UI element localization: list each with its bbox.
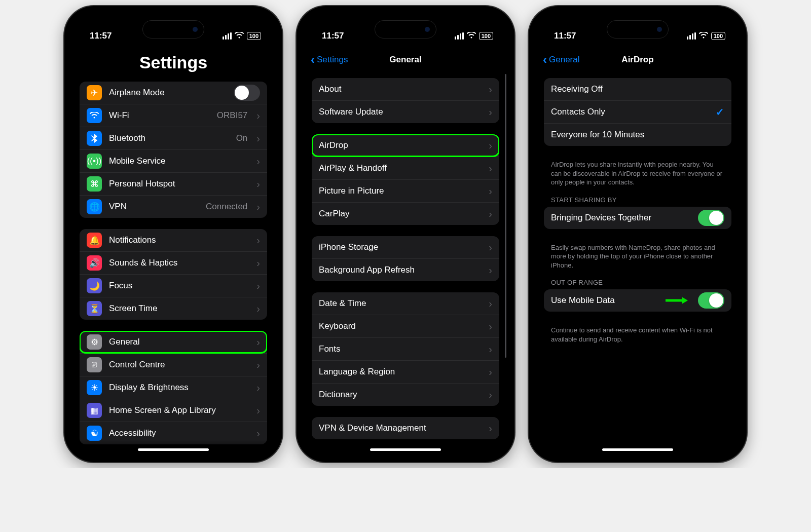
row-accessibility[interactable]: ☯Accessibility›: [80, 422, 267, 444]
row-opt-everyone[interactable]: Everyone for 10 Minutes: [544, 123, 731, 146]
chevron-right-icon: ›: [489, 242, 492, 253]
row-about[interactable]: About›: [312, 78, 499, 100]
row-label: Notifications: [109, 235, 247, 245]
chevron-right-icon: ›: [256, 257, 260, 269]
row-vpn-device-mgmt[interactable]: VPN & Device Management›: [312, 417, 499, 439]
row-label: Screen Time: [109, 303, 247, 314]
home-indicator[interactable]: [370, 448, 441, 451]
row-control-centre[interactable]: ⎚Control Centre›: [80, 353, 267, 376]
row-label: Display & Brightness: [109, 383, 247, 393]
signal-icon: [455, 32, 464, 40]
row-use-mobile-data[interactable]: Use Mobile Data: [544, 289, 731, 312]
personal-hotspot-icon: ⌘: [87, 176, 102, 192]
row-label: Date & Time: [319, 298, 480, 309]
row-label: Everyone for 10 Minutes: [551, 130, 724, 140]
dynamic-island: [607, 20, 669, 39]
row-display-brightness[interactable]: ☀︎Display & Brightness›: [80, 376, 267, 399]
row-bringing-devices-together[interactable]: Bringing Devices Together: [544, 207, 731, 229]
chevron-right-icon: ›: [489, 185, 492, 197]
row-notifications[interactable]: 🔔Notifications›: [80, 229, 267, 251]
battery-indicator: 100: [247, 32, 261, 40]
row-label: AirPlay & Handoff: [319, 163, 480, 173]
toggle-bringing-devices-together[interactable]: [698, 210, 724, 226]
row-background-refresh[interactable]: Background App Refresh›: [312, 258, 499, 281]
row-label: Dictionary: [319, 390, 480, 400]
chevron-right-icon: ›: [256, 156, 260, 167]
back-button[interactable]: ‹ General: [543, 54, 579, 66]
row-airdrop[interactable]: AirDrop›: [312, 134, 499, 157]
notifications-icon: 🔔: [87, 233, 102, 248]
row-date-time[interactable]: Date & Time›: [312, 292, 499, 315]
phone-airdrop: 11:57 100 ‹ General AirDrop Receiving Of…: [529, 6, 747, 462]
row-personal-hotspot[interactable]: ⌘Personal Hotspot›: [80, 172, 267, 195]
row-sounds-haptics[interactable]: 🔊Sounds & Haptics›: [80, 251, 267, 274]
chevron-right-icon: ›: [489, 423, 492, 434]
row-label: Bluetooth: [109, 133, 229, 143]
display-brightness-icon: ☀︎: [87, 380, 102, 395]
row-label: Background App Refresh: [319, 265, 480, 275]
annotation-arrow-icon: [666, 296, 688, 305]
range-footer: Continue to send and receive content whe…: [544, 323, 731, 353]
chevron-right-icon: ›: [256, 178, 260, 190]
row-label: Contacts Only: [551, 107, 709, 117]
row-focus[interactable]: 🌙Focus›: [80, 274, 267, 297]
section-header-range: OUT OF RANGE: [544, 279, 731, 289]
home-indicator[interactable]: [602, 448, 673, 451]
row-label: General: [109, 337, 247, 347]
row-wifi[interactable]: Wi-FiORBI57›: [80, 104, 267, 127]
wifi-icon: [87, 108, 102, 123]
battery-indicator: 100: [711, 32, 725, 40]
checkmark-icon: ✓: [716, 106, 724, 118]
row-iphone-storage[interactable]: iPhone Storage›: [312, 236, 499, 258]
row-opt-contacts[interactable]: Contacts Only✓: [544, 100, 731, 123]
row-language-region[interactable]: Language & Region›: [312, 360, 499, 383]
row-detail: On: [236, 133, 248, 143]
row-general[interactable]: ⚙︎General›: [80, 331, 267, 353]
row-fonts[interactable]: Fonts›: [312, 337, 499, 360]
wifi-icon: [467, 32, 476, 41]
row-label: Use Mobile Data: [551, 295, 658, 306]
row-label: Home Screen & App Library: [109, 405, 247, 415]
row-carplay[interactable]: CarPlay›: [312, 202, 499, 225]
row-pip[interactable]: Picture in Picture›: [312, 179, 499, 202]
row-airplay-handoff[interactable]: AirPlay & Handoff›: [312, 157, 499, 179]
row-home-screen[interactable]: ▦Home Screen & App Library›: [80, 399, 267, 422]
chevron-right-icon: ›: [489, 321, 492, 332]
chevron-right-icon: ›: [489, 84, 492, 95]
toggle-airplane-mode[interactable]: [234, 85, 260, 101]
svg-marker-1: [682, 297, 688, 304]
toggle-use-mobile-data[interactable]: [698, 292, 724, 309]
chevron-right-icon: ›: [256, 382, 260, 394]
back-label: Settings: [317, 55, 348, 65]
chevron-right-icon: ›: [489, 366, 492, 378]
row-label: Software Update: [319, 107, 480, 117]
row-software-update[interactable]: Software Update›: [312, 100, 499, 123]
section-header-sharing: START SHARING BY: [544, 196, 731, 207]
chevron-right-icon: ›: [256, 428, 260, 439]
row-opt-off[interactable]: Receiving Off: [544, 78, 731, 100]
row-screen-time[interactable]: ⏳Screen Time›: [80, 297, 267, 320]
row-bluetooth[interactable]: BluetoothOn›: [80, 127, 267, 149]
row-vpn[interactable]: 🌐VPNConnected›: [80, 195, 267, 218]
page-title: General: [389, 55, 421, 65]
options-footer: AirDrop lets you share instantly with pe…: [544, 157, 731, 196]
row-dictionary[interactable]: Dictionary›: [312, 383, 499, 406]
dynamic-island: [375, 20, 436, 39]
row-label: Picture in Picture: [319, 186, 480, 196]
home-indicator[interactable]: [138, 448, 209, 451]
row-label: Fonts: [319, 344, 480, 354]
status-time: 11:57: [554, 31, 576, 41]
row-label: Accessibility: [109, 428, 247, 438]
scroll-indicator[interactable]: [505, 74, 506, 358]
row-airplane-mode[interactable]: ✈︎Airplane Mode: [80, 82, 267, 104]
nav-bar: ‹ General AirDrop: [536, 49, 740, 71]
chevron-right-icon: ›: [489, 298, 492, 310]
row-mobile-service[interactable]: ((•))Mobile Service›: [80, 149, 267, 172]
chevron-right-icon: ›: [256, 336, 260, 348]
battery-indicator: 100: [479, 32, 493, 40]
back-button[interactable]: ‹ Settings: [311, 54, 348, 66]
row-keyboard[interactable]: Keyboard›: [312, 315, 499, 337]
airplane-mode-icon: ✈︎: [87, 85, 102, 100]
chevron-right-icon: ›: [489, 106, 492, 118]
row-detail: ORBI57: [217, 110, 247, 121]
